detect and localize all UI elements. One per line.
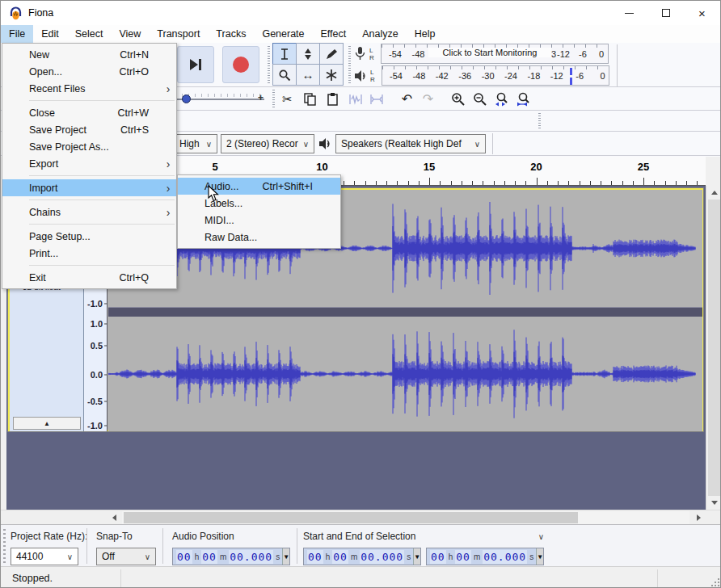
cut-button[interactable]: ✂ [277,89,297,109]
field-caret-icon[interactable]: ▼ [282,548,289,565]
copy-button[interactable] [300,89,320,109]
menubar-item-generate[interactable]: Generate [254,25,312,43]
zoom-in-button[interactable] [448,89,468,109]
minimize-button[interactable] [611,1,647,25]
menubar-item-select[interactable]: Select [67,25,112,43]
menu-separator [29,265,175,266]
file-menu-item-chains[interactable]: Chains› [2,204,176,220]
close-button[interactable]: × [684,1,720,25]
file-menu-item-save-project-as[interactable]: Save Project As... [2,138,176,155]
meter-toolbar-gripper[interactable] [348,46,351,85]
scroll-up-button[interactable] [706,186,721,200]
zoom-out-button[interactable] [470,89,490,109]
selection-end-field[interactable]: 00h00m00.000s ▼ [426,548,544,565]
zoom-tool-button[interactable] [272,64,297,86]
selection-tool-button[interactable] [272,43,297,65]
multi-tool-button[interactable] [319,64,344,86]
meter-scale-number: 0 [599,49,604,59]
zoom-fit-button[interactable] [513,89,533,109]
selection-start-field[interactable]: 00h00m00.000s ▼ [303,548,421,565]
volume-slider-knob[interactable] [182,94,191,103]
envelope-tool-button[interactable] [296,43,320,65]
file-menu: NewCtrl+NOpen...Ctrl+ORecent Files›Close… [2,43,177,289]
menubar-item-effect[interactable]: Effect [313,25,355,43]
horizontal-scrollbar-thumb[interactable] [124,512,578,523]
file-menu-item-exit[interactable]: ExitCtrl+Q [2,269,176,286]
silence-audio-button[interactable] [366,89,386,109]
record-button[interactable] [222,46,259,83]
playback-meter-scale[interactable]: -54-48-42-36-30-24-18-12-60 [382,65,609,86]
vertical-scrollbar-thumb[interactable] [708,200,720,496]
scroll-down-button[interactable] [706,496,721,510]
horizontal-scrollbar-track[interactable] [122,511,689,524]
monitoring-hint-label[interactable]: Click to Start Monitoring [428,48,551,57]
import-menu-item-labels[interactable]: Labels... [178,195,340,212]
menubar-item-analyze[interactable]: Analyze [354,25,406,43]
scale-label: 0.5 [91,341,103,351]
timeline-tick [611,181,612,185]
snap-to-select[interactable]: Off∨ [96,548,156,565]
horizontal-scrollbar[interactable] [1,510,721,524]
time-shift-tool-button[interactable]: ↔ [296,64,320,86]
chevron-down-icon: ∨ [67,552,73,561]
project-rate-select[interactable]: 44100∨ [11,548,78,565]
timeline-tick [697,181,698,185]
file-menu-item-save-project[interactable]: Save ProjectCtrl+S [2,121,176,138]
file-menu-item-close[interactable]: CloseCtrl+W [2,104,176,121]
undo-button[interactable]: ↶ [397,89,417,109]
resize-grip[interactable] [710,578,719,586]
menubar-item-file[interactable]: File [1,25,33,43]
selection-mode-select[interactable]: Start and End of Selection∨ [303,528,544,544]
menu-separator [29,175,175,176]
audacity-window: Fiona × FileEditSelectViewTransportTrack… [0,0,721,588]
toolbar-gripper[interactable] [538,113,541,129]
menubar-item-help[interactable]: Help [407,25,444,43]
file-menu-item-import[interactable]: Import› [2,179,176,196]
zoom-selection-button[interactable] [491,89,512,109]
meter-scale-number: -54 [389,49,402,59]
audacity-logo-icon [9,6,23,20]
file-menu-item-open[interactable]: Open...Ctrl+O [2,63,176,80]
file-menu-item-print[interactable]: Print... [2,245,176,262]
menubar-item-transport[interactable]: Transport [149,25,208,43]
waveform-channel-right[interactable] [108,317,702,431]
trim-audio-button[interactable] [345,89,365,109]
scroll-right-button[interactable] [691,510,706,525]
track-collapse-button[interactable]: ▲ [13,417,81,430]
draw-tool-button[interactable] [319,43,344,65]
file-menu-item-page-setup[interactable]: Page Setup... [2,228,176,245]
import-menu-item-midi[interactable]: MIDI... [178,212,340,229]
maximize-button[interactable] [647,1,684,25]
import-menu-item-raw-data[interactable]: Raw Data... [178,229,340,246]
import-menu-item-audio[interactable]: Audio...Ctrl+Shift+I [178,178,340,195]
recording-meter-scale[interactable]: -54-48Click to Start Monitoring3-12-60 [381,44,609,64]
timeline-tick [580,181,580,185]
menubar-item-tracks[interactable]: Tracks [208,25,254,43]
redo-button[interactable]: ↷ [418,89,438,109]
playback-device-select[interactable]: Speakers (Realtek High Def∨ [335,134,486,153]
field-caret-icon[interactable]: ▼ [536,548,543,565]
vertical-scrollbar[interactable] [706,186,721,510]
file-menu-item-recent-files[interactable]: Recent Files› [2,80,176,97]
recording-meter[interactable]: LR -54-48Click to Start Monitoring3-12-6… [353,43,609,65]
submenu-arrow-icon: › [163,206,173,219]
tools-toolbar-gripper[interactable] [268,46,270,85]
timeline-tick [365,181,366,185]
playback-meter[interactable]: LR -54-48-42-36-30-24-18-12-60 [353,65,609,86]
audio-position-field[interactable]: 00h00m00.000s ▼ [172,548,290,565]
menu-item-label: Labels... [204,198,327,209]
paste-button[interactable] [323,89,343,109]
menubar-item-view[interactable]: View [111,25,149,43]
skip-to-end-button[interactable] [177,46,214,83]
file-menu-item-export[interactable]: Export› [2,155,176,172]
file-menu-item-new[interactable]: NewCtrl+N [2,46,176,63]
scale-tick [104,304,107,304]
menubar-item-edit[interactable]: Edit [33,25,67,43]
menu-item-label: Export [29,158,163,170]
selection-toolbar-gripper[interactable] [3,529,6,563]
edit-toolbar-gripper[interactable] [272,90,275,108]
scroll-left-button[interactable] [107,510,121,525]
recording-channels-select[interactable]: 2 (Stereo) Recor∨ [221,134,314,153]
field-caret-icon[interactable]: ▼ [413,548,420,565]
meter-scale-number: -48 [412,71,425,81]
